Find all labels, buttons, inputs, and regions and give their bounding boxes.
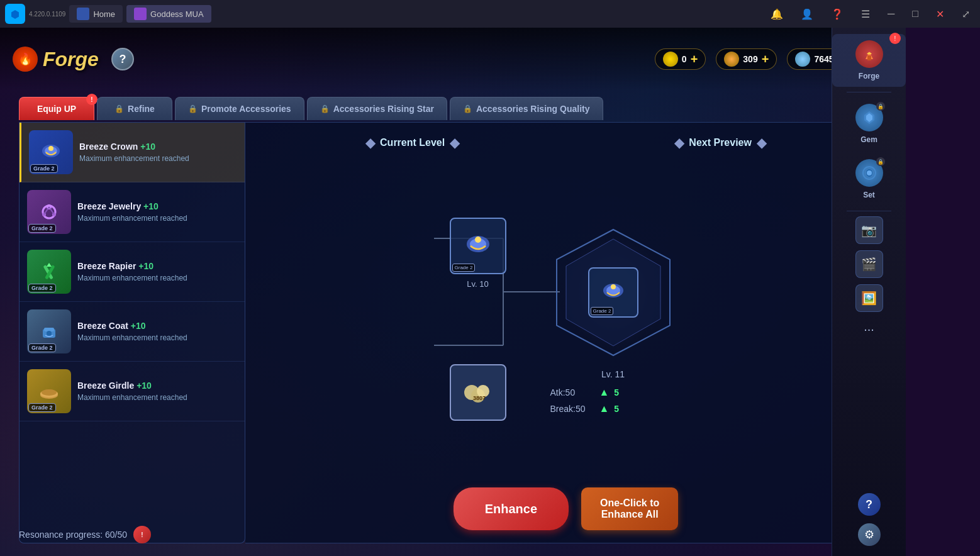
- item-status-1: Maximum enhancement reached: [79, 154, 237, 163]
- forge-title-text: Forge: [43, 48, 99, 71]
- sidebar-action-photo[interactable]: 📷: [855, 216, 883, 244]
- svg-point-16: [47, 331, 52, 336]
- enhance-all-button[interactable]: One-Click to Enhance All: [581, 487, 678, 530]
- tab-equip-up[interactable]: ! Equip UP: [19, 97, 94, 120]
- tab-promote-accessories[interactable]: 🔒 Promote Accessories: [175, 97, 304, 120]
- tab-accessories-rising-star[interactable]: 🔒 Accessories Rising Star: [307, 97, 447, 120]
- coins-value: 309: [743, 54, 757, 64]
- tab-home[interactable]: Home: [69, 5, 123, 23]
- material-item-container: 3807: [450, 364, 506, 421]
- item-entry-3[interactable]: Grade 2 Breeze Rapier +10 Maximum enhanc…: [19, 242, 245, 302]
- svg-text:3807: 3807: [473, 395, 486, 401]
- current-level-arrow-right: ◆: [450, 135, 459, 150]
- close-window-btn[interactable]: ✕: [931, 6, 949, 23]
- main-content: Grade 2 Breeze Crown +10 Maximum enhance…: [19, 122, 887, 543]
- sidebar-settings-btn[interactable]: ⚙: [858, 523, 881, 546]
- stat-atk-label: Atk:50: [550, 387, 594, 398]
- sidebar-help-btn[interactable]: ?: [858, 493, 881, 516]
- item-icon-wrapper-5: Grade 2: [27, 369, 71, 413]
- account-btn[interactable]: 👤: [796, 6, 818, 23]
- gems-icon: [795, 52, 810, 67]
- next-preview-arrow-right: ◆: [757, 135, 766, 150]
- stat-atk-up-value: 5: [614, 387, 619, 398]
- coins-add-btn[interactable]: +: [762, 52, 769, 67]
- tab-refine-label: Refine: [128, 104, 155, 114]
- sidebar-item-set[interactable]: 🔒 Set: [832, 153, 906, 206]
- forge-details: ◆ Current Level ◆ ◆ Next Preview ◆: [245, 122, 887, 543]
- sidebar-action-gallery[interactable]: 🖼️: [855, 284, 883, 312]
- gem-lock-icon: 🔒: [876, 102, 885, 111]
- item-enhance-4: +10: [131, 321, 146, 331]
- current-level-label: ◆ Current Level ◆: [365, 135, 459, 150]
- notification-btn[interactable]: 🔔: [766, 6, 788, 23]
- expand-btn[interactable]: ⤢: [957, 6, 975, 23]
- item-list: Grade 2 Breeze Crown +10 Maximum enhance…: [19, 122, 245, 543]
- gem-sidebar-icon: 🔒: [855, 104, 883, 131]
- resonance-text: Resonance progress: 60/50: [19, 530, 127, 540]
- svg-point-19: [42, 389, 57, 396]
- forge-help-button[interactable]: ?: [111, 48, 134, 70]
- item-entry-2[interactable]: Grade 2 Breeze Jewelry +10 Maximum enhan…: [19, 182, 245, 242]
- level-labels: ◆ Current Level ◆ ◆ Next Preview ◆: [258, 135, 874, 150]
- item-status-5: Maximum enhancement reached: [77, 393, 237, 402]
- currency-gold: 0 +: [655, 48, 706, 70]
- sidebar-more-btn[interactable]: ...: [859, 314, 879, 339]
- gold-add-btn[interactable]: +: [691, 52, 698, 67]
- item-entry-4[interactable]: Grade 2 Breeze Coat +10 Maximum enhancem…: [19, 302, 245, 362]
- item-icon-wrapper-1: Grade 2: [29, 130, 73, 174]
- tab-refine[interactable]: 🔒 Refine: [97, 97, 172, 120]
- item-entry-5[interactable]: Grade 2 Breeze Girdle +10 Maximum enhanc…: [19, 362, 245, 421]
- tab-goddess-label: Goddess MUA: [150, 9, 204, 19]
- right-sidebar: ! Forge 🔒 Gem: [832, 28, 906, 556]
- resonance-badge: !: [133, 526, 151, 543]
- sidebar-action-video[interactable]: 🎬: [855, 250, 883, 278]
- stat-break-label: Break:50: [550, 404, 594, 414]
- tab-accessories-rising-quality[interactable]: 🔒 Accessories Rising Quality: [450, 97, 603, 120]
- current-level-arrow-left: ◆: [365, 135, 375, 150]
- sidebar-divider-2: [847, 211, 891, 211]
- goddess-tab-icon: [134, 8, 147, 20]
- stat-break-up-icon: ▲: [599, 403, 610, 414]
- bottom-bar: Enhance One-Click to Enhance All: [454, 487, 679, 530]
- item-name-1: Breeze Crown +10: [79, 142, 237, 152]
- current-level-text: Current Level: [380, 137, 445, 148]
- stat-atk-up-icon: ▲: [599, 387, 610, 398]
- hexagon-container: Grade 2: [544, 223, 682, 362]
- forge-icon: 🔥: [13, 47, 38, 72]
- item-enhance-2: +10: [143, 201, 159, 211]
- item-entry-1[interactable]: Grade 2 Breeze Crown +10 Maximum enhance…: [19, 123, 245, 182]
- left-items: Grade 2 Lv. 10 3807: [450, 218, 506, 421]
- enhance-button[interactable]: Enhance: [454, 487, 569, 530]
- gold-icon: [663, 52, 678, 67]
- item-enhance-3: +10: [138, 261, 153, 271]
- sidebar-divider-1: [847, 92, 891, 92]
- menu-btn[interactable]: ☰: [856, 6, 875, 23]
- hex-item: Grade 2: [588, 267, 638, 318]
- equip-up-badge: !: [86, 94, 97, 105]
- rising-star-lock-icon: 🔒: [320, 104, 330, 113]
- minimize-btn[interactable]: ─: [883, 6, 899, 22]
- tab-rising-quality-label: Accessories Rising Quality: [476, 104, 590, 114]
- forge-tabs: ! Equip UP 🔒 Refine 🔒 Promote Accessorie…: [19, 97, 603, 120]
- hex-item-grade: Grade 2: [591, 307, 614, 315]
- help-btn-titlebar[interactable]: ❓: [826, 6, 849, 23]
- stat-break-up-value: 5: [614, 404, 619, 414]
- sidebar-item-gem[interactable]: 🔒 Gem: [832, 97, 906, 150]
- item-grade-3: Grade 2: [28, 284, 56, 292]
- home-tab-icon: [77, 8, 89, 20]
- item-status-2: Maximum enhancement reached: [77, 214, 237, 223]
- currency-coins: 309 +: [716, 48, 777, 70]
- tab-equip-up-label: Equip UP: [37, 104, 76, 114]
- item-info-3: Breeze Rapier +10 Maximum enhancement re…: [77, 261, 237, 282]
- tab-promote-label: Promote Accessories: [201, 104, 291, 114]
- tab-home-label: Home: [93, 9, 115, 19]
- svg-point-35: [611, 284, 616, 289]
- refine-lock-icon: 🔒: [114, 104, 124, 113]
- rising-quality-lock-icon: 🔒: [463, 104, 472, 113]
- item-name-2: Breeze Jewelry +10: [77, 201, 237, 211]
- sidebar-alert: !: [889, 33, 901, 44]
- next-preview-container: Grade 2 Lv. 11 Atk:50 ▲ 5 Break:50: [544, 223, 682, 414]
- maximize-btn[interactable]: □: [907, 6, 923, 22]
- svg-point-26: [475, 236, 481, 243]
- tab-goddess[interactable]: Goddess MUA: [126, 5, 211, 23]
